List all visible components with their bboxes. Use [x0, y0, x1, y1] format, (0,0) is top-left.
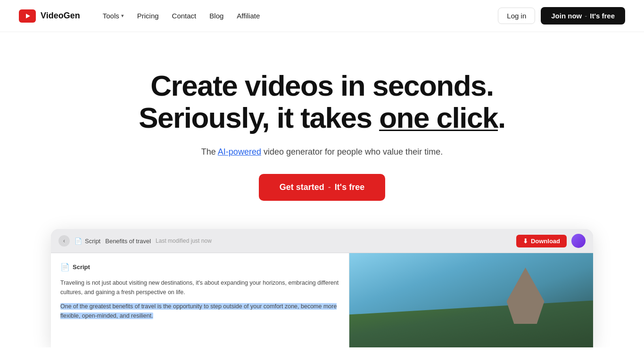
document-icon: 📄: [74, 238, 82, 245]
script-content: Traveling is not just about visiting new…: [60, 278, 339, 321]
download-icon: ⬇: [523, 238, 528, 245]
back-button[interactable]: ‹: [58, 235, 70, 247]
nav-item-blog[interactable]: Blog: [204, 8, 229, 24]
nav-item-tools[interactable]: Tools ▾: [97, 8, 130, 24]
login-button[interactable]: Log in: [498, 8, 535, 24]
app-preview: ‹ 📄 Script Benefits of travel Last modif…: [51, 229, 593, 347]
script-para2: One of the greatest benefits of travel i…: [60, 302, 339, 321]
logo-icon: [19, 9, 36, 23]
avatar: [571, 234, 586, 248]
tab-name: Benefits of travel: [105, 238, 151, 245]
script-panel: 📄 Script Traveling is not just about vis…: [51, 253, 349, 347]
download-button[interactable]: ⬇ Download: [516, 235, 567, 247]
nav-item-contact[interactable]: Contact: [166, 8, 202, 24]
script-panel-title: Script: [73, 263, 90, 271]
nav-item-pricing[interactable]: Pricing: [132, 8, 165, 24]
titlebar-left: ‹ 📄 Script Benefits of travel Last modif…: [58, 235, 212, 247]
script-doc-icon: 📄: [60, 263, 70, 272]
script-panel-header: 📄 Script: [60, 263, 339, 272]
chevron-down-icon: ▾: [121, 13, 124, 19]
script-tab[interactable]: 📄 Script: [74, 238, 100, 245]
script-para1: Traveling is not just about visiting new…: [60, 278, 339, 297]
nav-item-affiliate[interactable]: Affiliate: [231, 8, 265, 24]
app-body: 📄 Script Traveling is not just about vis…: [51, 253, 593, 347]
nav-right: Log in Join now - It's free: [498, 7, 625, 25]
titlebar-right: ⬇ Download: [516, 234, 586, 248]
hero-subtitle: The AI-powered video generator for peopl…: [201, 147, 443, 157]
video-panel: [349, 253, 594, 347]
navbar: VideoGen Tools ▾ Pricing Contact Blog Af…: [0, 0, 644, 32]
hero-section: Create videos in seconds. Seriously, it …: [0, 32, 644, 229]
video-preview: [349, 253, 594, 347]
hero-title: Create videos in seconds. Seriously, it …: [139, 70, 505, 134]
logo[interactable]: VideoGen: [19, 9, 80, 23]
nav-links: Tools ▾ Pricing Contact Blog Affiliate: [97, 8, 266, 24]
ai-powered-link[interactable]: AI-powered: [218, 147, 261, 156]
app-titlebar: ‹ 📄 Script Benefits of travel Last modif…: [51, 229, 593, 253]
script-highlighted-text: One of the greatest benefits of travel i…: [60, 303, 337, 319]
join-button[interactable]: Join now - It's free: [541, 7, 625, 25]
last-modified-label: Last modified just now: [156, 238, 212, 244]
logo-name: VideoGen: [41, 11, 80, 21]
get-started-button[interactable]: Get started - It's free: [259, 174, 385, 201]
